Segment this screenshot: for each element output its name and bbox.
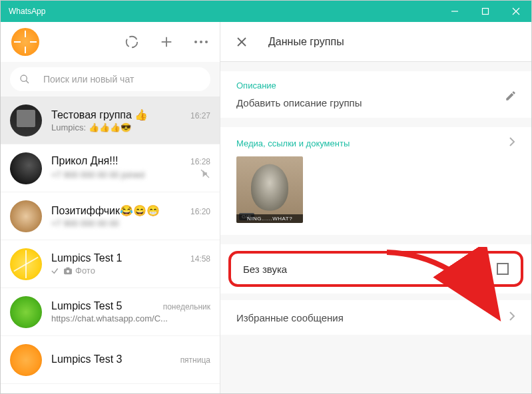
chat-item[interactable]: Lumpics Test 114:58Фото: [1, 240, 220, 288]
media-caption: NING......WHAT?: [236, 214, 303, 223]
description-label: Описание: [236, 81, 515, 91]
chevron-right-icon: [509, 136, 515, 150]
svg-rect-14: [66, 267, 69, 269]
chat-item[interactable]: Прикол Дня!!!16:28+7 900 000 00 00 joine…: [1, 144, 220, 192]
sidebar-header: [1, 22, 220, 62]
chat-name: Lumpics Test 5: [51, 300, 122, 312]
maximize-button[interactable]: [470, 1, 501, 22]
mute-toggle-row[interactable]: Без звука: [228, 251, 523, 287]
mute-checkbox[interactable]: [497, 263, 509, 275]
chat-name: Lumpics Test 1: [51, 252, 122, 264]
chat-name: Lumpics Test 3: [51, 353, 122, 365]
description-section: Описание Добавить описание группы: [220, 71, 531, 118]
chevron-right-icon: [509, 311, 515, 324]
mute-section: Без звука: [220, 244, 531, 294]
svg-line-12: [201, 170, 209, 178]
chat-time: пятница: [180, 355, 210, 365]
chat-time: 16:27: [190, 111, 210, 120]
chat-time: 16:20: [190, 207, 210, 216]
media-section[interactable]: Медиа, ссылки и документы GIF NING......…: [220, 127, 531, 235]
chat-preview: Lumpics: 👍👍👍😎: [51, 122, 131, 132]
chat-name: Прикол Дня!!!: [51, 155, 119, 167]
media-label: Медиа, ссылки и документы: [236, 138, 350, 148]
chat-preview: https://chat.whatsapp.com/C...: [51, 313, 168, 323]
chat-avatar: [10, 248, 42, 280]
chat-preview: +7 900 000 00 00: [51, 218, 119, 228]
status-icon[interactable]: [124, 34, 140, 50]
svg-point-8: [200, 41, 202, 43]
chat-avatar: [10, 296, 42, 328]
window-titlebar: WhatsApp: [1, 1, 531, 22]
starred-section[interactable]: Избранные сообщения: [220, 300, 531, 335]
app-title: WhatsApp: [1, 7, 45, 16]
chat-time: 14:58: [190, 254, 210, 264]
starred-label: Избранные сообщения: [236, 312, 344, 323]
svg-point-7: [194, 41, 197, 43]
chat-avatar: [10, 152, 42, 184]
media-thumbnail[interactable]: GIF NING......WHAT?: [236, 156, 303, 223]
svg-point-4: [127, 37, 138, 48]
edit-description-icon[interactable]: [505, 90, 517, 104]
svg-point-15: [67, 270, 69, 272]
svg-point-9: [205, 41, 208, 43]
chat-item[interactable]: Тестовая группа 👍16:27Lumpics: 👍👍👍😎: [1, 97, 220, 144]
panel-header: Данные группы: [220, 22, 531, 62]
chat-item[interactable]: Lumpics Test 3пятница: [1, 336, 220, 384]
close-panel-button[interactable]: [234, 34, 250, 50]
chat-avatar: [10, 200, 42, 232]
new-chat-icon[interactable]: [158, 34, 174, 50]
svg-line-11: [26, 81, 29, 83]
chat-preview: +7 900 000 00 00 joined: [51, 170, 144, 180]
svg-rect-1: [483, 9, 489, 15]
my-avatar[interactable]: [11, 28, 39, 56]
chat-avatar: [10, 104, 42, 136]
search-box[interactable]: [10, 67, 210, 91]
description-text[interactable]: Добавить описание группы: [236, 97, 515, 108]
chat-preview: Фото: [51, 266, 95, 276]
close-window-button[interactable]: [501, 1, 531, 22]
group-info-panel: Данные группы Описание Добавить описание…: [220, 22, 531, 393]
chat-name: Позитиффчик😂😄😁: [51, 204, 160, 217]
search-icon: [19, 74, 30, 85]
chat-time: 16:28: [190, 157, 210, 166]
chat-item[interactable]: Позитиффчик😂😄😁16:20+7 900 000 00 00: [1, 192, 220, 240]
window-controls: [439, 1, 531, 22]
menu-icon[interactable]: [193, 34, 209, 50]
svg-point-10: [21, 75, 27, 81]
sidebar: Тестовая группа 👍16:27Lumpics: 👍👍👍😎Прико…: [1, 22, 220, 393]
minimize-button[interactable]: [439, 1, 470, 22]
panel-title: Данные группы: [268, 36, 344, 48]
chat-list: Тестовая группа 👍16:27Lumpics: 👍👍👍😎Прико…: [1, 97, 220, 393]
search-input[interactable]: [43, 74, 201, 85]
chat-time: понедельник: [163, 302, 210, 311]
chat-name: Тестовая группа 👍: [51, 108, 148, 121]
chat-avatar: [10, 344, 42, 376]
search-container: [1, 62, 220, 97]
muted-icon: [200, 168, 210, 182]
mute-label: Без звука: [243, 264, 287, 275]
chat-item[interactable]: Lumpics Test 5понедельникhttps://chat.wh…: [1, 288, 220, 336]
